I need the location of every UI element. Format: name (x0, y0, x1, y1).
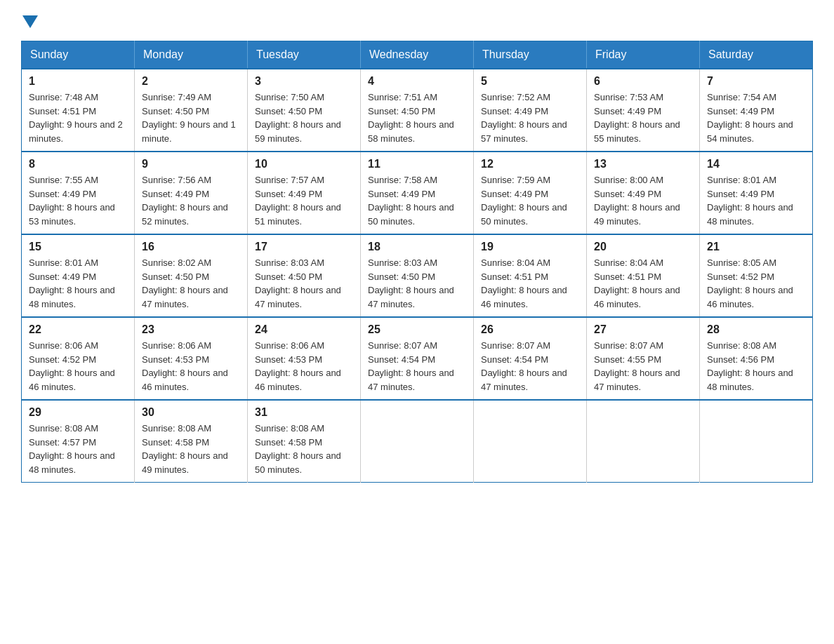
day-info: Sunrise: 7:52 AM Sunset: 4:49 PM Dayligh… (481, 90, 579, 145)
calendar-cell: 6 Sunrise: 7:53 AM Sunset: 4:49 PM Dayli… (587, 69, 700, 152)
logo-triangle-icon (22, 15, 38, 28)
header-tuesday: Tuesday (248, 41, 361, 69)
day-info: Sunrise: 7:57 AM Sunset: 4:49 PM Dayligh… (255, 173, 353, 228)
calendar-cell (361, 400, 474, 483)
week-row-4: 22 Sunrise: 8:06 AM Sunset: 4:52 PM Dayl… (22, 317, 813, 400)
day-info: Sunrise: 8:00 AM Sunset: 4:49 PM Dayligh… (594, 173, 692, 228)
day-number: 4 (368, 75, 466, 88)
day-number: 12 (481, 158, 579, 170)
svg-marker-0 (22, 15, 38, 28)
calendar-cell (474, 400, 587, 483)
day-info: Sunrise: 8:05 AM Sunset: 4:52 PM Dayligh… (707, 256, 805, 311)
day-number: 10 (255, 158, 353, 170)
calendar-cell: 21 Sunrise: 8:05 AM Sunset: 4:52 PM Dayl… (700, 234, 813, 317)
calendar-cell: 27 Sunrise: 8:07 AM Sunset: 4:55 PM Dayl… (587, 317, 700, 400)
day-info: Sunrise: 8:01 AM Sunset: 4:49 PM Dayligh… (707, 173, 805, 228)
day-number: 23 (142, 323, 240, 336)
day-number: 28 (707, 323, 805, 336)
calendar-cell: 20 Sunrise: 8:04 AM Sunset: 4:51 PM Dayl… (587, 234, 700, 317)
page-header (21, 14, 813, 28)
day-number: 25 (368, 323, 466, 336)
day-info: Sunrise: 8:06 AM Sunset: 4:53 PM Dayligh… (255, 339, 353, 394)
week-row-2: 8 Sunrise: 7:55 AM Sunset: 4:49 PM Dayli… (22, 152, 813, 234)
day-number: 16 (142, 241, 240, 253)
week-row-1: 1 Sunrise: 7:48 AM Sunset: 4:51 PM Dayli… (22, 69, 813, 152)
calendar-cell: 19 Sunrise: 8:04 AM Sunset: 4:51 PM Dayl… (474, 234, 587, 317)
header-friday: Friday (587, 41, 700, 69)
day-info: Sunrise: 7:53 AM Sunset: 4:49 PM Dayligh… (594, 90, 692, 145)
day-number: 3 (255, 75, 353, 88)
logo (21, 14, 38, 28)
day-number: 11 (368, 158, 466, 170)
day-info: Sunrise: 8:08 AM Sunset: 4:57 PM Dayligh… (29, 422, 127, 476)
day-info: Sunrise: 8:03 AM Sunset: 4:50 PM Dayligh… (368, 256, 466, 311)
calendar-cell: 4 Sunrise: 7:51 AM Sunset: 4:50 PM Dayli… (361, 69, 474, 152)
calendar-cell: 15 Sunrise: 8:01 AM Sunset: 4:49 PM Dayl… (22, 234, 135, 317)
day-info: Sunrise: 7:59 AM Sunset: 4:49 PM Dayligh… (481, 173, 579, 228)
calendar-cell: 10 Sunrise: 7:57 AM Sunset: 4:49 PM Dayl… (248, 152, 361, 234)
day-number: 26 (481, 323, 579, 336)
day-info: Sunrise: 8:04 AM Sunset: 4:51 PM Dayligh… (481, 256, 579, 311)
day-number: 29 (29, 406, 127, 419)
calendar-cell: 7 Sunrise: 7:54 AM Sunset: 4:49 PM Dayli… (700, 69, 813, 152)
day-number: 8 (29, 158, 127, 170)
day-number: 24 (255, 323, 353, 336)
day-number: 18 (368, 241, 466, 253)
header-thursday: Thursday (474, 41, 587, 69)
days-header-row: SundayMondayTuesdayWednesdayThursdayFrid… (22, 41, 813, 69)
day-number: 14 (707, 158, 805, 170)
calendar-cell: 12 Sunrise: 7:59 AM Sunset: 4:49 PM Dayl… (474, 152, 587, 234)
day-info: Sunrise: 8:06 AM Sunset: 4:53 PM Dayligh… (142, 339, 240, 394)
calendar-cell: 2 Sunrise: 7:49 AM Sunset: 4:50 PM Dayli… (135, 69, 248, 152)
calendar-cell: 11 Sunrise: 7:58 AM Sunset: 4:49 PM Dayl… (361, 152, 474, 234)
day-info: Sunrise: 8:07 AM Sunset: 4:55 PM Dayligh… (594, 339, 692, 394)
calendar-cell (700, 400, 813, 483)
day-number: 22 (29, 323, 127, 336)
calendar-cell: 1 Sunrise: 7:48 AM Sunset: 4:51 PM Dayli… (22, 69, 135, 152)
calendar-cell: 26 Sunrise: 8:07 AM Sunset: 4:54 PM Dayl… (474, 317, 587, 400)
calendar-cell: 9 Sunrise: 7:56 AM Sunset: 4:49 PM Dayli… (135, 152, 248, 234)
calendar-cell: 18 Sunrise: 8:03 AM Sunset: 4:50 PM Dayl… (361, 234, 474, 317)
calendar-cell: 23 Sunrise: 8:06 AM Sunset: 4:53 PM Dayl… (135, 317, 248, 400)
day-info: Sunrise: 8:06 AM Sunset: 4:52 PM Dayligh… (29, 339, 127, 394)
day-number: 19 (481, 241, 579, 253)
header-saturday: Saturday (700, 41, 813, 69)
day-info: Sunrise: 8:03 AM Sunset: 4:50 PM Dayligh… (255, 256, 353, 311)
day-number: 31 (255, 406, 353, 419)
day-info: Sunrise: 7:48 AM Sunset: 4:51 PM Dayligh… (29, 90, 127, 145)
day-info: Sunrise: 8:08 AM Sunset: 4:56 PM Dayligh… (707, 339, 805, 394)
day-info: Sunrise: 8:07 AM Sunset: 4:54 PM Dayligh… (481, 339, 579, 394)
day-info: Sunrise: 7:54 AM Sunset: 4:49 PM Dayligh… (707, 90, 805, 145)
day-number: 1 (29, 75, 127, 88)
day-number: 20 (594, 241, 692, 253)
day-number: 30 (142, 406, 240, 419)
header-monday: Monday (135, 41, 248, 69)
day-number: 21 (707, 241, 805, 253)
day-number: 6 (594, 75, 692, 88)
calendar-cell: 30 Sunrise: 8:08 AM Sunset: 4:58 PM Dayl… (135, 400, 248, 483)
day-number: 5 (481, 75, 579, 88)
calendar-cell: 29 Sunrise: 8:08 AM Sunset: 4:57 PM Dayl… (22, 400, 135, 483)
day-number: 27 (594, 323, 692, 336)
header-sunday: Sunday (22, 41, 135, 69)
calendar-cell: 22 Sunrise: 8:06 AM Sunset: 4:52 PM Dayl… (22, 317, 135, 400)
calendar-cell: 24 Sunrise: 8:06 AM Sunset: 4:53 PM Dayl… (248, 317, 361, 400)
day-number: 7 (707, 75, 805, 88)
day-info: Sunrise: 8:02 AM Sunset: 4:50 PM Dayligh… (142, 256, 240, 311)
calendar-cell: 17 Sunrise: 8:03 AM Sunset: 4:50 PM Dayl… (248, 234, 361, 317)
calendar-cell (587, 400, 700, 483)
day-info: Sunrise: 7:49 AM Sunset: 4:50 PM Dayligh… (142, 90, 240, 145)
calendar-cell: 31 Sunrise: 8:08 AM Sunset: 4:58 PM Dayl… (248, 400, 361, 483)
day-number: 13 (594, 158, 692, 170)
day-info: Sunrise: 8:08 AM Sunset: 4:58 PM Dayligh… (255, 422, 353, 476)
week-row-3: 15 Sunrise: 8:01 AM Sunset: 4:49 PM Dayl… (22, 234, 813, 317)
day-info: Sunrise: 8:07 AM Sunset: 4:54 PM Dayligh… (368, 339, 466, 394)
calendar-cell: 28 Sunrise: 8:08 AM Sunset: 4:56 PM Dayl… (700, 317, 813, 400)
day-info: Sunrise: 8:04 AM Sunset: 4:51 PM Dayligh… (594, 256, 692, 311)
day-info: Sunrise: 7:58 AM Sunset: 4:49 PM Dayligh… (368, 173, 466, 228)
week-row-5: 29 Sunrise: 8:08 AM Sunset: 4:57 PM Dayl… (22, 400, 813, 483)
day-info: Sunrise: 7:50 AM Sunset: 4:50 PM Dayligh… (255, 90, 353, 145)
calendar-cell: 14 Sunrise: 8:01 AM Sunset: 4:49 PM Dayl… (700, 152, 813, 234)
calendar-cell: 25 Sunrise: 8:07 AM Sunset: 4:54 PM Dayl… (361, 317, 474, 400)
day-number: 9 (142, 158, 240, 170)
